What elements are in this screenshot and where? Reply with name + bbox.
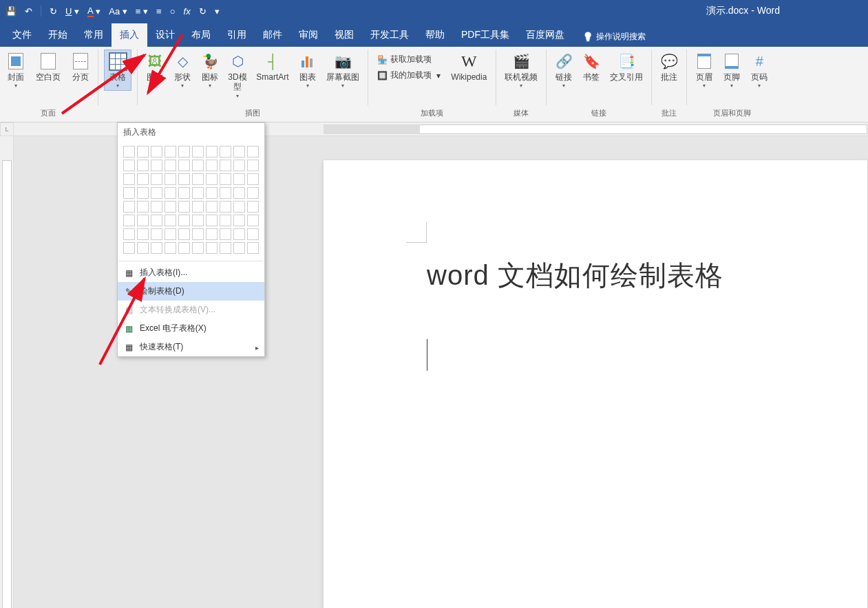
table-grid-cell[interactable]	[247, 242, 259, 254]
document-page[interactable]: word 文档如何绘制表格	[324, 160, 867, 608]
table-grid-cell[interactable]	[165, 173, 176, 185]
vertical-ruler[interactable]	[0, 136, 14, 608]
table-grid-cell[interactable]	[220, 173, 231, 185]
table-grid-cell[interactable]	[206, 187, 218, 199]
tab-references[interactable]: 引用	[219, 23, 255, 47]
table-grid-cell[interactable]	[123, 242, 135, 254]
chart-button[interactable]: 图表	[296, 50, 319, 91]
tab-view[interactable]: 视图	[326, 23, 362, 47]
icons-button[interactable]: 🦆 图标	[198, 50, 222, 91]
table-grid-cell[interactable]	[247, 187, 259, 199]
table-grid-cell[interactable]	[123, 173, 135, 185]
table-grid-cell[interactable]	[220, 242, 231, 254]
cover-page-button[interactable]: 封面	[4, 50, 28, 91]
bullets-icon[interactable]: ≡ ▾	[136, 6, 148, 17]
redo-icon[interactable]: ↻	[50, 6, 57, 17]
table-grid-cell[interactable]	[123, 146, 135, 158]
refresh-icon[interactable]: ↻	[199, 6, 207, 17]
tab-mail[interactable]: 邮件	[255, 23, 290, 47]
tell-me-search[interactable]: 操作说明搜索	[577, 27, 651, 47]
change-case-icon[interactable]: Aa ▾	[109, 6, 127, 17]
table-grid-cell[interactable]	[165, 201, 176, 213]
table-grid-cell[interactable]	[178, 201, 190, 213]
draw-table-item[interactable]: ✎ 绘制表格(D)	[118, 282, 264, 301]
table-grid-cell[interactable]	[178, 215, 190, 226]
table-grid-cell[interactable]	[247, 160, 259, 171]
get-addins-button[interactable]: 🏪获取加载项	[374, 52, 443, 67]
table-grid-cell[interactable]	[178, 228, 190, 240]
tab-home[interactable]: 开始	[40, 23, 76, 47]
shapes-button[interactable]: ◇ 形状	[171, 50, 194, 91]
my-addins-button[interactable]: 🔲我的加载项 ▾	[374, 68, 443, 83]
table-grid-cell[interactable]	[233, 173, 245, 185]
table-grid-cell[interactable]	[165, 160, 176, 171]
table-grid-cell[interactable]	[165, 242, 176, 254]
indent-icon[interactable]: ≡	[156, 6, 162, 17]
table-grid-cell[interactable]	[233, 228, 245, 240]
table-grid-cell[interactable]	[137, 201, 149, 213]
page-number-button[interactable]: # 页码	[748, 50, 771, 91]
table-grid-cell[interactable]	[123, 201, 135, 213]
tab-help[interactable]: 帮助	[417, 23, 453, 47]
online-video-button[interactable]: 🎬 联机视频	[502, 50, 540, 91]
table-grid-cell[interactable]	[178, 173, 190, 185]
table-grid-cell[interactable]	[192, 228, 204, 240]
tab-insert[interactable]: 插入	[112, 23, 147, 47]
page-break-button[interactable]: 分页	[69, 50, 92, 84]
quick-tables-item[interactable]: ▦ 快速表格(T)	[118, 338, 264, 356]
table-grid-cell[interactable]	[137, 228, 149, 240]
3d-model-button[interactable]: ⬡ 3D模型	[226, 50, 249, 101]
bookmark-button[interactable]: 🔖 书签	[580, 50, 603, 84]
table-grid-cell[interactable]	[151, 187, 162, 199]
excel-spreadsheet-item[interactable]: ▦ Excel 电子表格(X)	[118, 319, 264, 338]
blank-page-button[interactable]: 空白页	[32, 50, 65, 84]
tab-file[interactable]: 文件	[4, 23, 40, 47]
table-grid-cell[interactable]	[247, 201, 259, 213]
table-grid-cell[interactable]	[206, 215, 218, 226]
table-grid-cell[interactable]	[220, 187, 231, 199]
table-grid-cell[interactable]	[123, 215, 135, 226]
table-grid-cell[interactable]	[206, 160, 218, 171]
table-grid-cell[interactable]	[220, 160, 231, 171]
header-button[interactable]: 页眉	[692, 50, 716, 91]
table-grid-cell[interactable]	[151, 215, 162, 226]
table-grid-cell[interactable]	[233, 242, 245, 254]
table-grid-cell[interactable]	[151, 146, 162, 158]
table-grid-cell[interactable]	[192, 215, 204, 226]
table-grid-cell[interactable]	[192, 187, 204, 199]
table-grid-cell[interactable]	[178, 146, 190, 158]
document-text[interactable]: word 文档如何绘制表格	[324, 160, 867, 294]
footer-button[interactable]: 页脚	[720, 50, 743, 91]
tab-dev[interactable]: 开发工具	[362, 23, 417, 47]
table-size-grid[interactable]	[118, 142, 264, 259]
underline-icon[interactable]: U ▾	[65, 6, 79, 17]
table-grid-cell[interactable]	[247, 146, 259, 158]
table-grid-cell[interactable]	[206, 228, 218, 240]
table-grid-cell[interactable]	[247, 228, 259, 240]
table-grid-cell[interactable]	[220, 215, 231, 226]
table-grid-cell[interactable]	[123, 160, 135, 171]
table-grid-cell[interactable]	[178, 242, 190, 254]
table-grid-cell[interactable]	[123, 228, 135, 240]
table-grid-cell[interactable]	[220, 201, 231, 213]
table-grid-cell[interactable]	[165, 146, 176, 158]
table-grid-cell[interactable]	[247, 215, 259, 226]
table-grid-cell[interactable]	[192, 160, 204, 171]
table-grid-cell[interactable]	[233, 160, 245, 171]
table-grid-cell[interactable]	[206, 146, 218, 158]
table-grid-cell[interactable]	[151, 173, 162, 185]
screenshot-button[interactable]: 📷 屏幕截图	[324, 50, 362, 91]
insert-table-item[interactable]: ▦ 插入表格(I)...	[118, 263, 264, 282]
table-grid-cell[interactable]	[206, 173, 218, 185]
link-button[interactable]: 🔗 链接	[552, 50, 575, 91]
table-grid-cell[interactable]	[206, 242, 218, 254]
table-grid-cell[interactable]	[192, 201, 204, 213]
table-grid-cell[interactable]	[137, 242, 149, 254]
tab-custom[interactable]: 常用	[76, 23, 112, 47]
picture-button[interactable]: 🖼 图片	[143, 50, 167, 84]
circle-icon[interactable]: ○	[170, 6, 176, 17]
table-grid-cell[interactable]	[233, 187, 245, 199]
table-grid-cell[interactable]	[165, 215, 176, 226]
table-grid-cell[interactable]	[151, 228, 162, 240]
table-grid-cell[interactable]	[137, 173, 149, 185]
